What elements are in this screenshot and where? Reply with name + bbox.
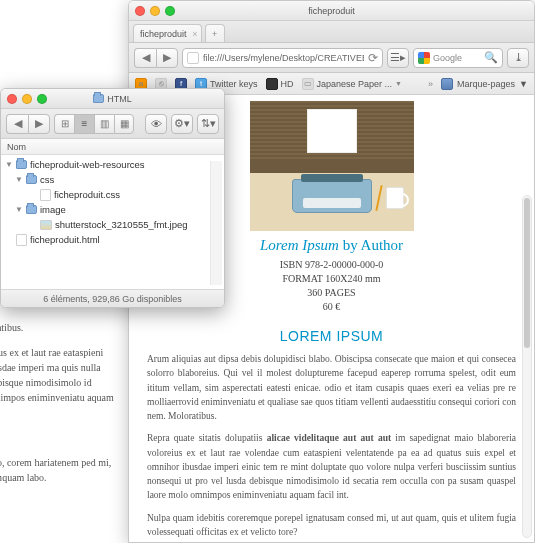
finder-title: HTML bbox=[1, 94, 224, 104]
search-field[interactable]: Google 🔍 bbox=[413, 48, 503, 68]
browser-tab-active[interactable]: ficheproduit × bbox=[133, 24, 202, 42]
folder-icon bbox=[26, 205, 37, 214]
plus-icon: + bbox=[212, 29, 217, 39]
google-icon bbox=[418, 52, 430, 64]
finder-view-switcher: ⊞ ≡ ▥ ▦ bbox=[54, 114, 134, 134]
forward-button[interactable]: ▶ bbox=[156, 48, 178, 68]
image-file-icon bbox=[40, 220, 52, 230]
product-description: Arum aliquias aut dipsa debis dolupidisc… bbox=[147, 352, 516, 542]
file-row[interactable]: shutterstock_3210555_fmt.jpeg bbox=[1, 217, 224, 232]
disclosure-triangle-icon[interactable] bbox=[5, 160, 13, 169]
back-button[interactable]: ◀ bbox=[134, 48, 156, 68]
browser-tabstrip: ficheproduit × + bbox=[129, 21, 534, 43]
folder-row[interactable]: ficheproduit-web-resources bbox=[1, 157, 224, 172]
file-list: ficheproduit-web-resources css ficheprod… bbox=[1, 155, 224, 289]
finder-scrollbar[interactable] bbox=[210, 161, 222, 285]
nav-buttons: ◀ ▶ bbox=[134, 48, 178, 68]
downloads-button[interactable]: ⤓ bbox=[507, 48, 529, 68]
hd-icon bbox=[266, 78, 278, 90]
folder-row[interactable]: css bbox=[1, 172, 224, 187]
product-image bbox=[250, 101, 414, 231]
folder-icon bbox=[16, 160, 27, 169]
tab-label: ficheproduit bbox=[140, 29, 187, 39]
view-coverflow-button[interactable]: ▦ bbox=[114, 114, 134, 134]
reader-button[interactable]: ☰▸ bbox=[387, 48, 409, 68]
url-text: file:///Users/mylene/Desktop/CREATIVEBLO… bbox=[203, 53, 364, 63]
new-tab-button[interactable]: + bbox=[205, 24, 225, 42]
finder-nav-buttons: ◀ ▶ bbox=[6, 114, 50, 134]
folder-icon bbox=[93, 94, 104, 103]
reload-icon[interactable]: ⟳ bbox=[368, 51, 378, 65]
window-title: ficheproduit bbox=[129, 6, 534, 16]
file-row[interactable]: ficheproduit.html bbox=[1, 232, 224, 247]
view-columns-button[interactable]: ▥ bbox=[94, 114, 114, 134]
folder-icon: ▭ bbox=[302, 78, 314, 90]
bookmarks-icon bbox=[441, 78, 453, 90]
disclosure-triangle-icon[interactable] bbox=[15, 175, 23, 184]
html-file-icon bbox=[16, 234, 27, 246]
back-button[interactable]: ◀ bbox=[6, 114, 28, 134]
file-row[interactable]: ficheproduit.css bbox=[1, 187, 224, 202]
view-list-button[interactable]: ≡ bbox=[74, 114, 94, 134]
forward-button[interactable]: ▶ bbox=[28, 114, 50, 134]
css-file-icon bbox=[40, 189, 51, 201]
bookmarks-overflow-icon[interactable]: » bbox=[428, 79, 433, 89]
bookmark-marque-pages[interactable]: Marque-pages ▼ bbox=[441, 78, 528, 90]
page-scrollbar[interactable] bbox=[522, 195, 532, 538]
browser-toolbar: ◀ ▶ file:///Users/mylene/Desktop/CREATIV… bbox=[129, 43, 534, 73]
finder-titlebar[interactable]: HTML bbox=[1, 89, 224, 109]
folder-row[interactable]: image bbox=[1, 202, 224, 217]
folder-icon bbox=[26, 175, 37, 184]
address-bar[interactable]: file:///Users/mylene/Desktop/CREATIVEBLO… bbox=[182, 48, 383, 68]
page-icon bbox=[187, 52, 199, 64]
chevron-down-icon: ▼ bbox=[519, 79, 528, 89]
search-icon: 🔍 bbox=[484, 51, 498, 64]
quicklook-button[interactable]: 👁 bbox=[145, 114, 167, 134]
finder-status-bar: 6 éléments, 929,86 Go disponibles bbox=[1, 289, 224, 307]
scrollbar-thumb[interactable] bbox=[524, 198, 530, 348]
disclosure-triangle-icon[interactable] bbox=[15, 205, 23, 214]
column-header-name[interactable]: Nom bbox=[1, 139, 224, 155]
close-tab-icon[interactable]: × bbox=[192, 29, 197, 39]
finder-window: HTML ◀ ▶ ⊞ ≡ ▥ ▦ 👁 ⚙▾ ⇅▾ Nom ficheprodui… bbox=[0, 88, 225, 308]
background-document-text: adipsi dipsa debis dolupidisci blaccus c… bbox=[0, 280, 120, 495]
search-placeholder: Google bbox=[433, 53, 462, 63]
browser-titlebar[interactable]: ficheproduit bbox=[129, 1, 534, 21]
finder-toolbar: ◀ ▶ ⊞ ≡ ▥ ▦ 👁 ⚙▾ ⇅▾ bbox=[1, 109, 224, 139]
bookmark-hd[interactable]: HD bbox=[266, 78, 294, 90]
chevron-down-icon: ▼ bbox=[395, 80, 402, 87]
bookmark-japanese-paper[interactable]: ▭ Japanese Paper ... ▼ bbox=[302, 78, 403, 90]
action-menu-button[interactable]: ⚙▾ bbox=[171, 114, 193, 134]
section-heading: LOREM IPSUM bbox=[147, 328, 516, 344]
arrange-menu-button[interactable]: ⇅▾ bbox=[197, 114, 219, 134]
view-icons-button[interactable]: ⊞ bbox=[54, 114, 74, 134]
